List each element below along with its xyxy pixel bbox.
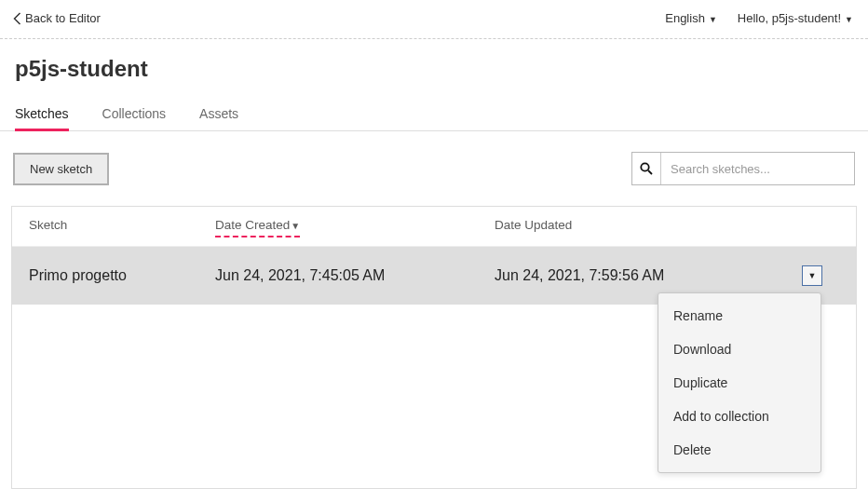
- svg-line-1: [648, 170, 652, 174]
- topbar: Back to Editor English ▼ Hello, p5js-stu…: [0, 0, 868, 39]
- header-actions: [802, 218, 839, 235]
- language-label: English: [665, 11, 705, 25]
- controls-row: New sketch: [11, 131, 857, 206]
- search-box: [631, 152, 855, 185]
- header-date-updated[interactable]: Date Updated: [495, 218, 802, 235]
- back-label: Back to Editor: [25, 11, 101, 25]
- chevron-down-icon: ▼: [709, 15, 717, 24]
- menu-add-to-collection[interactable]: Add to collection: [658, 400, 821, 433]
- cell-date-updated: Jun 24, 2021, 7:59:56 AM: [495, 267, 802, 284]
- user-menu[interactable]: Hello, p5js-student! ▼: [738, 11, 853, 25]
- row-menu-button[interactable]: ▼: [802, 265, 822, 286]
- greeting-label: Hello, p5js-student!: [738, 11, 841, 25]
- language-selector[interactable]: English ▼: [665, 11, 717, 25]
- chevron-left-icon: [13, 12, 21, 25]
- row-actions-dropdown: Rename Download Duplicate Add to collect…: [658, 292, 821, 473]
- chevron-down-icon: ▼: [808, 271, 817, 280]
- topbar-left: Back to Editor: [13, 11, 101, 25]
- cell-date-created: Jun 24, 2021, 7:45:05 AM: [215, 267, 495, 284]
- svg-point-0: [641, 163, 648, 170]
- menu-download[interactable]: Download: [658, 332, 821, 366]
- cell-actions: ▼: [802, 265, 839, 286]
- header-sketch[interactable]: Sketch: [29, 218, 215, 235]
- search-icon: [632, 162, 660, 175]
- menu-duplicate[interactable]: Duplicate: [658, 366, 821, 400]
- tab-assets[interactable]: Assets: [199, 101, 238, 130]
- tab-collections[interactable]: Collections: [102, 101, 166, 130]
- search-input[interactable]: [660, 153, 854, 184]
- tab-sketches[interactable]: Sketches: [15, 101, 69, 130]
- content: New sketch Sketch Date Created▼ Date Upd…: [0, 131, 868, 500]
- table-header: Sketch Date Created▼ Date Updated: [12, 207, 856, 246]
- menu-rename[interactable]: Rename: [658, 299, 821, 332]
- header-date-created[interactable]: Date Created▼: [215, 218, 495, 235]
- tabs: Sketches Collections Assets: [0, 101, 868, 131]
- header-date-created-label: Date Created: [215, 218, 290, 232]
- menu-delete[interactable]: Delete: [658, 433, 821, 467]
- cell-sketch-name: Primo progetto: [29, 267, 215, 284]
- sort-desc-icon: ▼: [291, 221, 300, 231]
- new-sketch-button[interactable]: New sketch: [13, 153, 109, 185]
- sketches-table: Sketch Date Created▼ Date Updated Primo …: [11, 206, 857, 489]
- topbar-right: English ▼ Hello, p5js-student! ▼: [665, 11, 853, 25]
- back-to-editor-link[interactable]: Back to Editor: [13, 11, 101, 25]
- chevron-down-icon: ▼: [845, 15, 853, 24]
- page-title: p5js-student: [0, 39, 868, 88]
